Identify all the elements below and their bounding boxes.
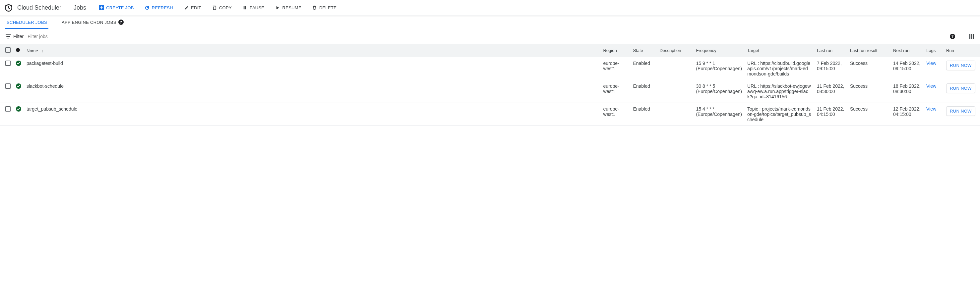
pause-button[interactable]: PAUSE bbox=[242, 4, 265, 12]
help-icon[interactable]: ? bbox=[118, 19, 124, 25]
filter-label: Filter bbox=[13, 34, 24, 39]
job-name: slackbot-schedule bbox=[24, 80, 600, 103]
col-frequency-header[interactable]: Frequency bbox=[693, 44, 745, 57]
status-success-icon bbox=[16, 106, 21, 112]
delete-label: DELETE bbox=[319, 5, 337, 10]
col-region-header[interactable]: Region bbox=[600, 44, 630, 57]
run-now-button[interactable]: RUN NOW bbox=[946, 106, 975, 116]
plus-icon bbox=[99, 5, 104, 11]
edit-button[interactable]: EDIT bbox=[183, 4, 202, 12]
copy-label: COPY bbox=[219, 5, 232, 10]
svg-rect-6 bbox=[245, 6, 246, 9]
refresh-label: REFRESH bbox=[152, 5, 173, 10]
svg-rect-5 bbox=[244, 6, 245, 9]
col-last-result-header[interactable]: Last run result bbox=[847, 44, 891, 57]
scheduler-logo-icon bbox=[4, 3, 13, 13]
tab-app-engine-cron[interactable]: APP ENGINE CRON JOBS ? bbox=[60, 16, 125, 29]
row-checkbox[interactable] bbox=[5, 106, 11, 112]
job-frequency: 15 4 * * * (Europe/Copenhagen) bbox=[693, 103, 745, 126]
col-run-header[interactable]: Run bbox=[943, 44, 980, 57]
job-frequency: 15 9 * * 1 (Europe/Copenhagen) bbox=[693, 57, 745, 80]
job-target: URL : https://cloudbuild.googleapis.com/… bbox=[745, 57, 814, 80]
job-description bbox=[657, 80, 693, 103]
job-next-run: 12 Feb 2022, 04:15:00 bbox=[891, 103, 924, 126]
svg-point-2 bbox=[10, 5, 12, 6]
job-state: Enabled bbox=[630, 103, 657, 126]
row-checkbox[interactable] bbox=[5, 84, 11, 89]
svg-rect-4 bbox=[213, 7, 216, 9]
filter-bar: Filter ? bbox=[0, 29, 980, 44]
copy-icon bbox=[212, 5, 217, 11]
svg-rect-8 bbox=[971, 34, 972, 39]
product-name: Cloud Scheduler bbox=[17, 4, 68, 11]
svg-point-1 bbox=[5, 5, 6, 6]
job-last-result: Success bbox=[847, 80, 891, 103]
view-logs-link[interactable]: View bbox=[926, 61, 936, 66]
job-name: packagetest-build bbox=[24, 57, 600, 80]
job-region: europe-west1 bbox=[600, 80, 630, 103]
col-last-run-header[interactable]: Last run bbox=[814, 44, 847, 57]
resume-label: RESUME bbox=[282, 5, 301, 10]
filter-input[interactable] bbox=[27, 34, 950, 39]
pencil-icon bbox=[184, 5, 189, 11]
col-name-label: Name bbox=[27, 48, 38, 53]
refresh-icon bbox=[145, 5, 150, 11]
table-row: packagetest-buildeurope-west1Enabled15 9… bbox=[0, 57, 980, 80]
table-body: packagetest-buildeurope-west1Enabled15 9… bbox=[0, 57, 980, 126]
table-row: slackbot-scheduleeurope-west1Enabled30 8… bbox=[0, 80, 980, 103]
edit-label: EDIT bbox=[191, 5, 201, 10]
job-description bbox=[657, 57, 693, 80]
select-all-checkbox[interactable] bbox=[5, 47, 11, 53]
job-name: target_pubsub_schedule bbox=[24, 103, 600, 126]
job-last-run: 11 Feb 2022, 04:15:00 bbox=[814, 103, 847, 126]
refresh-button[interactable]: REFRESH bbox=[144, 4, 174, 12]
svg-rect-7 bbox=[969, 34, 970, 39]
col-description-header[interactable]: Description bbox=[657, 44, 693, 57]
col-name-header[interactable]: Name ↑ bbox=[24, 44, 600, 57]
pause-label: PAUSE bbox=[250, 5, 264, 10]
col-state-header[interactable]: State bbox=[630, 44, 657, 57]
create-job-label: CREATE JOB bbox=[106, 5, 134, 10]
toolbar: CREATE JOB REFRESH EDIT COPY PAUSE RESUM… bbox=[98, 4, 337, 12]
col-logs-header[interactable]: Logs bbox=[924, 44, 943, 57]
view-logs-link[interactable]: View bbox=[926, 84, 936, 89]
sort-asc-icon: ↑ bbox=[41, 48, 43, 53]
job-next-run: 18 Feb 2022, 08:30:00 bbox=[891, 80, 924, 103]
create-job-button[interactable]: CREATE JOB bbox=[98, 4, 135, 12]
job-last-run: 7 Feb 2022, 09:15:00 bbox=[814, 57, 847, 80]
header-divider bbox=[68, 3, 68, 13]
col-target-header[interactable]: Target bbox=[745, 44, 814, 57]
separator bbox=[962, 32, 962, 40]
job-state: Enabled bbox=[630, 57, 657, 80]
job-target: URL : https://slackbot-ewjogewawq-ew.a.r… bbox=[745, 80, 814, 103]
pause-icon bbox=[242, 5, 248, 11]
table-header: Name ↑ Region State Description Frequenc… bbox=[0, 44, 980, 57]
tab-scheduler-label: SCHEDULER JOBS bbox=[6, 20, 47, 25]
trash-icon bbox=[312, 5, 317, 11]
copy-button[interactable]: COPY bbox=[211, 4, 232, 12]
job-last-result: Success bbox=[847, 57, 891, 80]
delete-button[interactable]: DELETE bbox=[311, 4, 337, 12]
tab-scheduler-jobs[interactable]: SCHEDULER JOBS bbox=[5, 17, 48, 29]
col-next-run-header[interactable]: Next run bbox=[891, 44, 924, 57]
status-success-icon bbox=[16, 84, 21, 89]
column-selector-icon[interactable] bbox=[969, 33, 975, 40]
page-title: Jobs bbox=[73, 4, 86, 11]
run-now-button[interactable]: RUN NOW bbox=[946, 84, 975, 93]
status-header-icon bbox=[16, 48, 20, 52]
play-icon bbox=[275, 5, 280, 11]
job-last-result: Success bbox=[847, 103, 891, 126]
job-description bbox=[657, 103, 693, 126]
filter-icon bbox=[5, 33, 11, 40]
row-checkbox[interactable] bbox=[5, 61, 11, 66]
job-region: europe-west1 bbox=[600, 57, 630, 80]
jobs-table: Name ↑ Region State Description Frequenc… bbox=[0, 44, 980, 126]
job-next-run: 14 Feb 2022, 09:15:00 bbox=[891, 57, 924, 80]
view-logs-link[interactable]: View bbox=[926, 106, 936, 112]
resume-button[interactable]: RESUME bbox=[274, 4, 302, 12]
status-success-icon bbox=[16, 61, 21, 66]
filter-help-icon[interactable]: ? bbox=[950, 34, 955, 39]
run-now-button[interactable]: RUN NOW bbox=[946, 61, 975, 70]
job-region: europe-west1 bbox=[600, 103, 630, 126]
app-header: Cloud Scheduler Jobs CREATE JOB REFRESH … bbox=[0, 0, 980, 16]
